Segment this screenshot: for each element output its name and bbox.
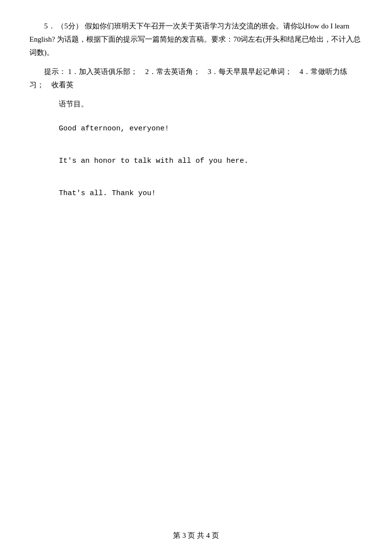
tips-second-line: 语节目。	[59, 98, 363, 111]
answer-block: Good afternoon, everyone! It's an honor …	[29, 121, 363, 202]
question-number: 5．	[44, 22, 55, 30]
answer-line-1: Good afternoon, everyone!	[59, 121, 363, 137]
tips-label: 提示：	[44, 68, 66, 76]
answer-line-3: It's an honor to talk with all of you he…	[59, 153, 363, 169]
tip-5-start: 收看英	[51, 81, 74, 89]
answer-line-2	[59, 137, 363, 153]
page-footer: 第 3 页 共 4 页	[0, 531, 392, 540]
tip-2: 2．常去英语角；	[145, 68, 200, 76]
footer-text: 第 3 页 共 4 页	[173, 531, 219, 539]
page-content: 5． （5分） 假如你们班明天下午召开一次关于英语学习方法交流的班会。请你以Ho…	[0, 0, 392, 555]
answer-line-5: That's all. Thank you!	[59, 185, 363, 202]
tip-3: 3．每天早晨早起记单词；	[208, 68, 293, 76]
answer-line-4	[59, 169, 363, 185]
question-score: （5分）	[57, 22, 83, 30]
question-text-cn2: 为话题，根据下面的提示写一篇简短的发言稿。要求：70词左右(开头和结尾已给出，不…	[29, 35, 361, 56]
tips-block: 提示： 1．加入英语俱乐部； 2．常去英语角； 3．每天早晨早起记单词； 4．常…	[29, 65, 363, 92]
question-main: 5． （5分） 假如你们班明天下午召开一次关于英语学习方法交流的班会。请你以Ho…	[29, 20, 363, 59]
question-text-cn1: 假如你们班明天下午召开一次关于英语学习方法交流的班会。请你以	[85, 22, 305, 30]
question-block: 5． （5分） 假如你们班明天下午召开一次关于英语学习方法交流的班会。请你以Ho…	[29, 20, 363, 111]
tip-1: 1．加入英语俱乐部；	[68, 68, 138, 76]
tip-5-end: 语节目。	[59, 100, 88, 108]
